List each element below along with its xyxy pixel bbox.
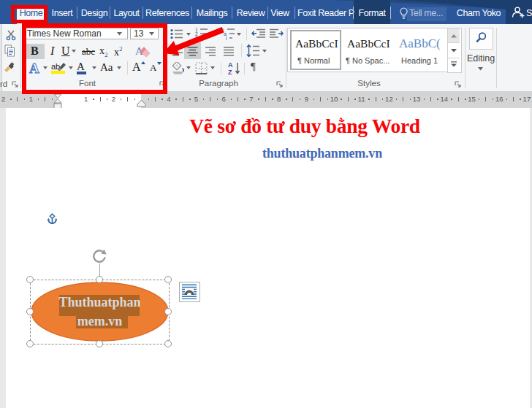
- svg-text:Z: Z: [228, 69, 232, 75]
- svg-text:A: A: [228, 61, 233, 69]
